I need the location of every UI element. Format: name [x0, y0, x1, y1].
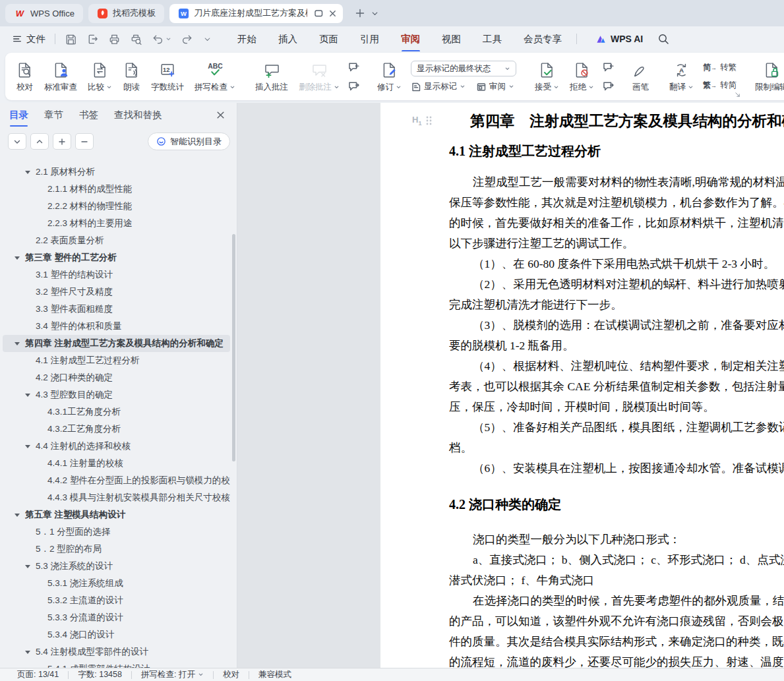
toc-item[interactable]: 5.4 注射模成型零部件的设计: [3, 643, 230, 661]
new-tab-button[interactable]: [355, 8, 365, 18]
status-item[interactable]: 字数: 13458: [69, 669, 131, 680]
pen-button[interactable]: 画笔: [626, 53, 655, 100]
toc-item[interactable]: 5．2 型腔的布局: [3, 541, 230, 558]
toc-item[interactable]: 5.3.1 浇注系统组成: [3, 575, 230, 592]
standard-review-button[interactable]: 标准审查: [39, 53, 82, 100]
chevron-down-button[interactable]: [8, 133, 26, 150]
search-icon[interactable]: [657, 33, 669, 45]
tab-list-dropdown-icon[interactable]: [371, 9, 379, 18]
collapse-arrow-icon[interactable]: [25, 445, 30, 448]
status-item[interactable]: 拼写检查: 打开: [132, 669, 213, 680]
reject-button[interactable]: 拒绝: [564, 53, 599, 100]
sidebar-tab[interactable]: 书签: [79, 109, 98, 127]
minus-button[interactable]: [75, 133, 94, 150]
collapse-arrow-icon[interactable]: [25, 651, 30, 654]
toc-item[interactable]: 3.4 塑件的体积和质量: [3, 318, 230, 335]
redo-button[interactable]: [181, 33, 193, 45]
restrict-edit-button[interactable]: 限制编辑: [750, 53, 784, 100]
show-markup-button[interactable]: 显示标记: [411, 81, 466, 92]
toc-item[interactable]: 5.3.4 浇口的设计: [3, 626, 230, 643]
sidebar-tab[interactable]: 目录: [9, 109, 28, 127]
collapse-arrow-icon[interactable]: [25, 394, 30, 397]
sidebar-close-icon[interactable]: [216, 111, 225, 119]
toc-item[interactable]: 2.2.3 材料的主要用途: [3, 215, 230, 232]
save-button[interactable]: [65, 33, 77, 45]
toc-item[interactable]: 5．1 分型面的选择: [3, 523, 230, 541]
collapse-arrow-icon[interactable]: [15, 256, 20, 260]
print-button[interactable]: [108, 33, 121, 45]
toc-item[interactable]: 4.4.3 模具与注射机安装模具部分相关尺寸校核: [3, 489, 230, 506]
word-count-button[interactable]: 12字数统计: [146, 53, 189, 100]
status-item[interactable]: 校对: [214, 669, 249, 680]
collapse-arrow-icon[interactable]: [25, 565, 30, 568]
prev-comment-button[interactable]: [347, 61, 360, 73]
menu-tab[interactable]: 审阅: [400, 29, 421, 49]
convert-button[interactable]: 简→转繁: [703, 62, 737, 73]
delete-comment-button[interactable]: 删除批注: [293, 53, 345, 100]
review-pane-button[interactable]: 审阅: [476, 81, 514, 92]
document-page[interactable]: H1 第四章 注射成型工艺方案及模具结构的分析和确定 4.1 注射成型工艺过程分…: [380, 103, 784, 668]
collapse-arrow-icon[interactable]: [15, 342, 20, 345]
toc-item[interactable]: 第三章 塑件的工艺分析: [3, 249, 230, 266]
next-comment-button[interactable]: [347, 80, 360, 92]
sidebar-tab[interactable]: 章节: [44, 109, 63, 127]
track-changes-button[interactable]: 修订: [372, 53, 407, 100]
window-tab[interactable]: W刀片底座注射成型工艺方案及模具设计: [169, 4, 343, 23]
chevron-up-button[interactable]: [30, 133, 49, 150]
toc-item[interactable]: 4.4 注射机的选择和校核: [3, 438, 230, 455]
smart-toc-button[interactable]: 智能识别目录: [148, 133, 230, 150]
collapse-arrow-icon[interactable]: [15, 514, 20, 517]
insert-comment-button[interactable]: 插入批注: [250, 53, 293, 100]
status-item[interactable]: 兼容模式: [249, 669, 301, 680]
convert-button[interactable]: 繁→转简: [703, 80, 737, 91]
status-item[interactable]: 页面: 13/41: [8, 669, 68, 680]
menu-tab[interactable]: 工具: [481, 29, 503, 49]
read-aloud-button[interactable]: 朗读: [117, 53, 146, 100]
toc-item[interactable]: 2.1 原材料分析: [3, 163, 230, 181]
prev-change-button[interactable]: [602, 61, 615, 73]
proofread-button[interactable]: 校对: [11, 53, 39, 100]
toc-item[interactable]: 2.2.2 材料的物理性能: [3, 198, 230, 215]
compare-button[interactable]: 比较: [82, 53, 117, 100]
translate-button[interactable]: A翻译: [664, 53, 699, 100]
toc-item[interactable]: 5.3.3 分流道的设计: [3, 609, 230, 626]
output-button[interactable]: [86, 33, 99, 45]
toc-item[interactable]: 4.3.1工艺角度分析: [3, 403, 230, 421]
toc-item[interactable]: 第四章 注射成型工艺方案及模具结构的分析和确定: [3, 335, 230, 352]
window-tab[interactable]: WWPS Office: [5, 4, 83, 23]
sidebar-tab[interactable]: 查找和替换: [114, 109, 162, 127]
menu-tab[interactable]: 页面: [318, 29, 340, 49]
toc-item[interactable]: 3.2 塑件尺寸及精度: [3, 283, 230, 301]
toc-item[interactable]: 2.1.1 材料的成型性能: [3, 181, 230, 198]
window-tab[interactable]: 找稻壳模板: [88, 4, 164, 23]
markup-state-select[interactable]: 显示标记的最终状态: [411, 61, 516, 76]
menu-tab[interactable]: 会员专享: [522, 29, 563, 49]
file-menu-button[interactable]: 文件: [8, 30, 49, 48]
wps-ai-button[interactable]: WPS AI: [595, 34, 643, 45]
print-preview-button[interactable]: [130, 33, 142, 45]
sidebar-scrollbar[interactable]: [232, 234, 235, 461]
toc-item[interactable]: 4.2 浇口种类的确定: [3, 369, 230, 386]
collapse-arrow-icon[interactable]: [25, 171, 30, 174]
toc-item[interactable]: 4.3.2工艺角度分析: [3, 421, 230, 438]
next-change-button[interactable]: [602, 80, 615, 92]
toc-item[interactable]: 4.1 注射成型工艺过程分析: [3, 352, 230, 369]
toc-item[interactable]: 5.3.2 主流道的设计: [3, 592, 230, 609]
menu-tab[interactable]: 开始: [236, 29, 258, 49]
toc-item[interactable]: 3.1 塑件的结构设计: [3, 266, 230, 283]
toc-item[interactable]: 5.3 浇注系统的设计: [3, 558, 230, 575]
undo-button[interactable]: [152, 33, 171, 45]
more-chevron-button[interactable]: [202, 34, 212, 44]
drag-handle-icon[interactable]: [426, 116, 432, 125]
accept-button[interactable]: 接受: [529, 53, 564, 100]
menu-tab[interactable]: 引用: [359, 29, 380, 49]
menu-tab[interactable]: 视图: [440, 29, 462, 49]
plus-button[interactable]: [53, 133, 71, 150]
spell-check-button[interactable]: ABC拼写检查: [189, 53, 241, 100]
toc-item[interactable]: 3.3 塑件表面粗糙度: [3, 301, 230, 318]
tab-close-icon[interactable]: [328, 9, 337, 18]
group-expand-icon[interactable]: [735, 92, 740, 98]
toc-item[interactable]: 4.4.1 注射量的校核: [3, 455, 230, 472]
toc-item[interactable]: 4.3 型腔数目的确定: [3, 386, 230, 403]
menu-tab[interactable]: 插入: [277, 29, 299, 49]
